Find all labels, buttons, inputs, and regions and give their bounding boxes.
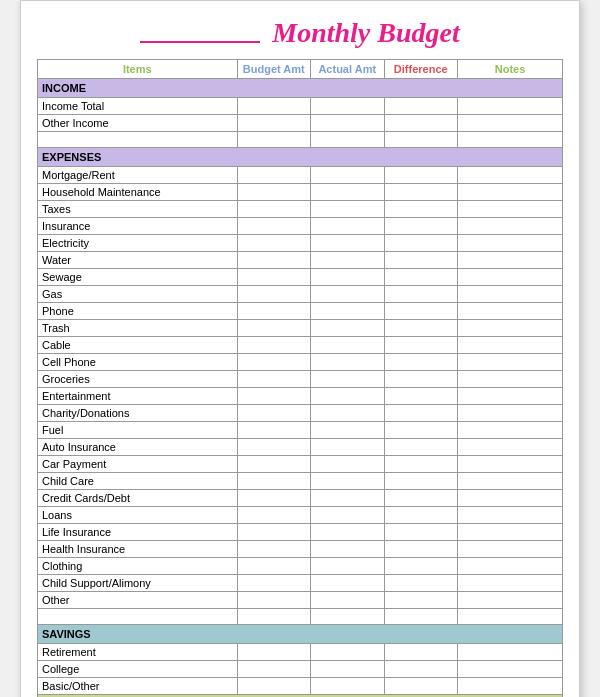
actual-cell[interactable] [311,422,385,439]
notes-cell[interactable] [458,456,563,473]
budget-cell[interactable] [237,473,311,490]
diff-cell[interactable] [384,252,458,269]
diff-cell[interactable] [384,184,458,201]
actual-cell[interactable] [311,269,385,286]
diff-cell[interactable] [384,201,458,218]
diff-cell[interactable] [384,541,458,558]
diff-cell[interactable] [384,456,458,473]
actual-cell[interactable] [311,592,385,609]
budget-cell[interactable] [237,269,311,286]
notes-cell[interactable] [458,661,563,678]
budget-cell[interactable] [237,490,311,507]
notes-cell[interactable] [458,490,563,507]
actual-cell[interactable] [311,252,385,269]
notes-cell[interactable] [458,252,563,269]
notes-cell[interactable] [458,115,563,132]
budget-cell[interactable] [237,644,311,661]
actual-cell[interactable] [311,388,385,405]
budget-cell[interactable] [237,609,311,625]
notes-cell[interactable] [458,678,563,695]
actual-cell[interactable] [311,218,385,235]
notes-cell[interactable] [458,473,563,490]
budget-cell[interactable] [237,439,311,456]
notes-cell[interactable] [458,98,563,115]
diff-cell[interactable] [384,235,458,252]
notes-cell[interactable] [458,354,563,371]
budget-cell[interactable] [237,132,311,148]
notes-cell[interactable] [458,184,563,201]
notes-cell[interactable] [458,303,563,320]
diff-cell[interactable] [384,524,458,541]
actual-cell[interactable] [311,490,385,507]
budget-cell[interactable] [237,354,311,371]
notes-cell[interactable] [458,575,563,592]
diff-cell[interactable] [384,371,458,388]
actual-cell[interactable] [311,320,385,337]
actual-cell[interactable] [311,644,385,661]
budget-cell[interactable] [237,201,311,218]
diff-cell[interactable] [384,609,458,625]
budget-cell[interactable] [237,592,311,609]
notes-cell[interactable] [458,337,563,354]
budget-cell[interactable] [237,405,311,422]
budget-cell[interactable] [237,456,311,473]
notes-cell[interactable] [458,609,563,625]
diff-cell[interactable] [384,558,458,575]
diff-cell[interactable] [384,218,458,235]
budget-cell[interactable] [237,115,311,132]
diff-cell[interactable] [384,405,458,422]
diff-cell[interactable] [384,507,458,524]
actual-cell[interactable] [311,439,385,456]
actual-cell[interactable] [311,303,385,320]
actual-cell[interactable] [311,541,385,558]
budget-cell[interactable] [237,303,311,320]
notes-cell[interactable] [458,286,563,303]
diff-cell[interactable] [384,354,458,371]
diff-cell[interactable] [384,167,458,184]
notes-cell[interactable] [458,201,563,218]
budget-cell[interactable] [237,558,311,575]
actual-cell[interactable] [311,405,385,422]
notes-cell[interactable] [458,269,563,286]
actual-cell[interactable] [311,678,385,695]
notes-cell[interactable] [458,167,563,184]
actual-cell[interactable] [311,115,385,132]
diff-cell[interactable] [384,661,458,678]
diff-cell[interactable] [384,286,458,303]
diff-cell[interactable] [384,320,458,337]
budget-cell[interactable] [237,661,311,678]
budget-cell[interactable] [237,575,311,592]
actual-cell[interactable] [311,524,385,541]
actual-cell[interactable] [311,661,385,678]
actual-cell[interactable] [311,575,385,592]
budget-cell[interactable] [237,252,311,269]
actual-cell[interactable] [311,507,385,524]
budget-cell[interactable] [237,218,311,235]
diff-cell[interactable] [384,490,458,507]
actual-cell[interactable] [311,609,385,625]
budget-cell[interactable] [237,422,311,439]
budget-cell[interactable] [237,184,311,201]
budget-cell[interactable] [237,371,311,388]
notes-cell[interactable] [458,388,563,405]
budget-cell[interactable] [237,678,311,695]
actual-cell[interactable] [311,201,385,218]
actual-cell[interactable] [311,371,385,388]
actual-cell[interactable] [311,456,385,473]
notes-cell[interactable] [458,592,563,609]
budget-cell[interactable] [237,286,311,303]
actual-cell[interactable] [311,235,385,252]
actual-cell[interactable] [311,337,385,354]
diff-cell[interactable] [384,337,458,354]
diff-cell[interactable] [384,575,458,592]
diff-cell[interactable] [384,644,458,661]
actual-cell[interactable] [311,98,385,115]
notes-cell[interactable] [458,541,563,558]
diff-cell[interactable] [384,439,458,456]
notes-cell[interactable] [458,507,563,524]
actual-cell[interactable] [311,167,385,184]
notes-cell[interactable] [458,644,563,661]
diff-cell[interactable] [384,592,458,609]
budget-cell[interactable] [237,235,311,252]
diff-cell[interactable] [384,115,458,132]
